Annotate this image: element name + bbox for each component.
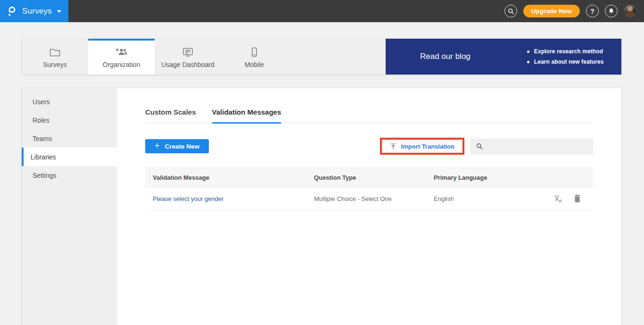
add-people-icon	[115, 47, 129, 58]
top-bar: Surveys Upgrade Now ?	[0, 0, 644, 22]
blog-banner-bullets: Explore research method Learn about new …	[527, 46, 604, 67]
actions-row: + Create New Import Translation	[145, 138, 593, 155]
sidebar-item-libraries[interactable]: Libraries	[22, 148, 117, 166]
nav-tab-label: Usage Dashboard	[161, 61, 215, 68]
validation-messages-table: Validation Message Question Type Primary…	[145, 167, 593, 211]
questionpro-logo-icon	[7, 5, 17, 17]
nav-tab-usage-dashboard[interactable]: Usage Dashboard	[155, 39, 221, 75]
tab-validation-messages[interactable]: Validation Messages	[212, 108, 281, 124]
sidebar-item-teams[interactable]: Teams	[22, 129, 117, 148]
search-icon[interactable]	[504, 5, 517, 17]
create-new-button[interactable]: + Create New	[145, 139, 209, 153]
col-header-primary-language: Primary Language	[434, 174, 541, 181]
nav-tab-label: Surveys	[43, 61, 67, 68]
upload-icon	[390, 143, 396, 150]
question-type-cell: Multiple Choice - Select One	[314, 195, 434, 202]
primary-nav-card: Surveys Organization Usage Dashboard	[22, 39, 621, 75]
blog-banner[interactable]: Read our blog Explore research method Le…	[386, 39, 621, 75]
user-avatar[interactable]	[624, 5, 636, 17]
blog-bullet: Learn about new features	[527, 57, 604, 67]
table-row: Please select your gender Multiple Choic…	[145, 187, 593, 211]
annotation-highlight-box: Import Translation	[380, 138, 464, 155]
table-search-box[interactable]	[470, 139, 593, 154]
upgrade-now-button[interactable]: Upgrade Now	[523, 5, 580, 17]
nav-tab-mobile[interactable]: Mobile	[221, 39, 288, 75]
search-icon	[476, 143, 483, 150]
nav-tab-label: Organization	[103, 61, 140, 68]
main-card: Users Roles Teams Libraries Settings Cus…	[22, 88, 621, 325]
app-title: Surveys	[22, 7, 52, 16]
notifications-bell-icon[interactable]	[605, 5, 618, 17]
blog-banner-title[interactable]: Read our blog	[420, 52, 471, 61]
search-input[interactable]	[487, 143, 587, 150]
import-translation-button[interactable]: Import Translation	[382, 140, 462, 152]
nav-tab-organization[interactable]: Organization	[88, 39, 155, 75]
primary-language-cell: English	[434, 195, 541, 202]
tab-custom-scales[interactable]: Custom Scales	[145, 108, 196, 124]
nav-tab-label: Mobile	[245, 61, 264, 68]
validation-message-link[interactable]: Please select your gender	[145, 195, 314, 202]
col-header-validation-message: Validation Message	[145, 174, 314, 181]
row-actions: A	[541, 194, 593, 203]
table-header-row: Validation Message Question Type Primary…	[145, 167, 593, 187]
sidebar-item-settings[interactable]: Settings	[22, 166, 117, 184]
col-header-question-type: Question Type	[314, 174, 434, 181]
svg-text:A: A	[559, 198, 562, 203]
create-new-label: Create New	[165, 143, 200, 150]
plus-icon: +	[155, 142, 160, 150]
blog-bullet: Explore research method	[527, 46, 604, 57]
chevron-down-icon	[57, 10, 62, 13]
folder-icon	[49, 47, 61, 58]
topbar-actions: Upgrade Now ?	[504, 5, 644, 17]
help-icon[interactable]: ?	[586, 5, 599, 17]
nav-tab-surveys[interactable]: Surveys	[22, 39, 88, 75]
settings-sidebar: Users Roles Teams Libraries Settings	[22, 88, 117, 325]
delete-trash-icon[interactable]	[574, 194, 581, 203]
import-translation-label: Import Translation	[401, 143, 454, 150]
mobile-icon	[248, 47, 261, 58]
libraries-content: Custom Scales Validation Messages + Crea…	[117, 88, 621, 325]
library-tabs: Custom Scales Validation Messages	[145, 108, 593, 123]
translate-icon[interactable]: A	[553, 194, 562, 203]
sidebar-item-roles[interactable]: Roles	[22, 111, 117, 129]
sidebar-item-users[interactable]: Users	[22, 92, 117, 111]
dashboard-icon	[182, 47, 194, 58]
product-switcher[interactable]: Surveys	[0, 0, 68, 22]
